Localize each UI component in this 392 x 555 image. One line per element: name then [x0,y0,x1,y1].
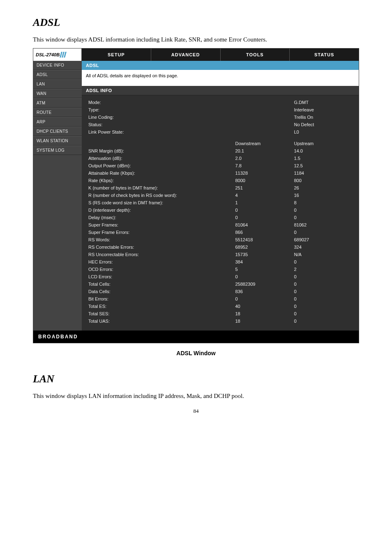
stat-label: Attainable Rate (Kbps): [87,169,234,177]
stat-downstream: 8000 [234,177,293,184]
info-row: Mode:G.DMT [87,99,354,106]
sidebar-item-device-info[interactable]: DEVICE INFO [33,61,82,70]
stat-downstream: 1 [234,199,293,206]
stat-label: RS Uncorrectable Errors: [87,251,234,258]
stat-row: Total Cells:258823090 [87,280,354,288]
stat-label: LCD Errors: [87,273,234,280]
sidebar-item-atm[interactable]: ATM [33,98,82,108]
stat-downstream: 836 [234,288,293,295]
stat-downstream: 18 [234,317,293,325]
col-downstream: Downstream [234,140,293,147]
figure-caption: ADSL Window [33,350,359,356]
stat-row: S (RS code word size in DMT frame):18 [87,199,354,206]
stat-upstream: 0 [293,206,354,214]
lan-heading: LAN [33,373,359,385]
stat-row: Rate (Kbps):8000800 [87,177,354,184]
stat-row: RS Correctable Errors:68952324 [87,243,354,251]
stat-upstream: 324 [293,243,354,251]
stat-downstream: 0 [234,295,293,303]
adsl-info-table: Mode:G.DMTType:InterleaveLine Coding:Tre… [87,99,354,325]
stat-upstream: 0 [293,280,354,288]
footer: BROADBAND [33,331,359,343]
stat-label: Bit Errors: [87,295,234,303]
stat-row: D (interleaver depth):00 [87,206,354,214]
info-row: Status:No Defect [87,121,354,128]
stat-row: SNR Margin (dB):20.114.0 [87,147,354,155]
info-value: G.DMT [293,99,354,106]
col-upstream: Upstream [293,140,354,147]
sidebar-item-lan[interactable]: LAN [33,79,82,89]
stat-downstream: 20.1 [234,147,293,155]
stat-label: R (number of check bytes in RS code word… [87,192,234,199]
info-value: Trellis On [293,113,354,121]
info-value: Interleave [293,106,354,113]
sidebar-item-wlan-station[interactable]: WLAN STATION [33,136,82,146]
stat-row: RS Uncorrectable Errors:15735N/A [87,251,354,258]
panel-description: All of ADSL details are displayed on thi… [82,70,359,86]
stat-upstream: 0 [293,258,354,266]
info-row: Type:Interleave [87,106,354,113]
content: ADSL All of ADSL details are displayed o… [82,61,359,331]
stat-downstream: 18 [234,310,293,317]
stat-downstream: 81064 [234,221,293,229]
sidebar-item-wan[interactable]: WAN [33,89,82,98]
stat-upstream: 16 [293,192,354,199]
stat-downstream: 7.8 [234,162,293,169]
stat-label: Total UAS: [87,317,234,325]
stat-row: Total SES:180 [87,310,354,317]
stat-label: D (interleaver depth): [87,206,234,214]
stat-label: Total SES: [87,310,234,317]
stat-downstream: 2.0 [234,155,293,162]
stat-row: R (number of check bytes in RS code word… [87,192,354,199]
stat-row: Super Frame Errors:8660 [87,229,354,236]
stat-label: S (RS code word size in DMT frame): [87,199,234,206]
info-label: Mode: [87,99,234,106]
stat-upstream: 0 [293,295,354,303]
stat-upstream: 800 [293,177,354,184]
router-ui: DSL-2740B SETUP ADVANCED TOOLS STATUS DE… [33,48,359,343]
stat-row: Delay (msec):00 [87,214,354,221]
stat-row: Bit Errors:00 [87,295,354,303]
sidebar-item-dhcp-clients[interactable]: DHCP CLIENTS [33,127,82,136]
stat-label: Rate (Kbps): [87,177,234,184]
brand-stripes-icon [60,52,66,58]
info-value: L0 [293,128,354,136]
stat-label: RS Words: [87,236,234,243]
stat-upstream: 1184 [293,169,354,177]
stat-row: Total ES:400 [87,303,354,310]
stat-upstream: 0 [293,317,354,325]
sidebar-item-system-log[interactable]: SYSTEM LOG [33,146,82,155]
stat-upstream: 689027 [293,236,354,243]
stat-upstream: 14.0 [293,147,354,155]
stat-row: Total UAS:180 [87,317,354,325]
info-row: Line Coding:Trellis On [87,113,354,121]
stat-row: Attenuation (dB):2.01.5 [87,155,354,162]
stat-label: Attenuation (dB): [87,155,234,162]
tab-advanced[interactable]: ADVANCED [151,49,221,61]
sidebar-item-adsl[interactable]: ADSL [33,70,82,79]
column-headers: Downstream Upstream [87,140,354,147]
tab-tools[interactable]: TOOLS [221,49,290,61]
sidebar-item-arp[interactable]: ARP [33,117,82,127]
stat-row: K (number of bytes in DMT frame):25126 [87,184,354,192]
lan-intro: This window displays LAN information inc… [33,393,359,400]
stat-label: RS Correctable Errors: [87,243,234,251]
stat-upstream: N/A [293,251,354,258]
page-number: 84 [33,408,359,414]
stat-downstream: 384 [234,258,293,266]
stat-row: Super Frames:8106481062 [87,221,354,229]
stat-upstream: 26 [293,184,354,192]
stat-upstream: 0 [293,229,354,236]
stat-downstream: 0 [234,214,293,221]
panel-subhead: ADSL INFO [82,86,359,95]
tab-setup[interactable]: SETUP [82,49,151,61]
tab-status[interactable]: STATUS [290,49,359,61]
stat-upstream: 2 [293,266,354,273]
sidebar-item-route[interactable]: ROUTE [33,108,82,117]
stat-label: SNR Margin (dB): [87,147,234,155]
stat-downstream: 0 [234,206,293,214]
stat-downstream: 866 [234,229,293,236]
stat-upstream: 0 [293,273,354,280]
info-label: Line Coding: [87,113,234,121]
stat-row: Attainable Rate (Kbps):113281184 [87,169,354,177]
